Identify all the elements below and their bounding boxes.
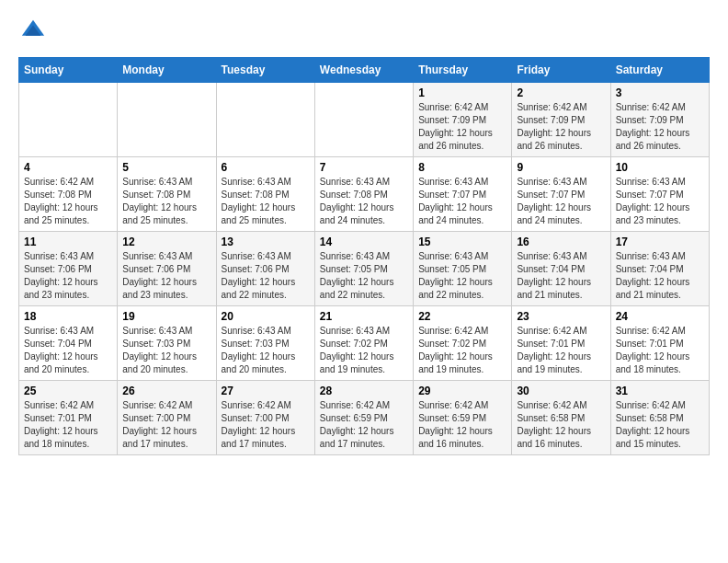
day-number: 6 <box>222 161 310 174</box>
header-thursday: Thursday <box>414 58 512 83</box>
logo-icon <box>20 18 46 44</box>
day-number: 17 <box>616 236 704 248</box>
empty-cell <box>19 83 118 157</box>
day-cell-9: 9Sunrise: 6:43 AM Sunset: 7:07 PM Daylig… <box>512 157 610 232</box>
week-row-3: 11Sunrise: 6:43 AM Sunset: 7:06 PM Dayli… <box>19 232 710 306</box>
logo <box>18 18 46 48</box>
day-cell-29: 29Sunrise: 6:42 AM Sunset: 6:59 PM Dayli… <box>414 381 512 455</box>
empty-cell <box>118 83 216 157</box>
header-saturday: Saturday <box>610 58 709 83</box>
day-cell-19: 19Sunrise: 6:43 AM Sunset: 7:03 PM Dayli… <box>118 306 216 381</box>
day-cell-31: 31Sunrise: 6:42 AM Sunset: 6:58 PM Dayli… <box>610 381 709 455</box>
day-cell-17: 17Sunrise: 6:43 AM Sunset: 7:04 PM Dayli… <box>610 232 709 306</box>
day-number: 22 <box>418 310 506 323</box>
day-info: Sunrise: 6:42 AM Sunset: 7:02 PM Dayligh… <box>418 325 506 376</box>
day-info: Sunrise: 6:43 AM Sunset: 7:05 PM Dayligh… <box>418 250 506 302</box>
day-number: 21 <box>320 310 408 323</box>
header-wednesday: Wednesday <box>314 58 413 83</box>
day-number: 31 <box>616 385 704 397</box>
day-info: Sunrise: 6:43 AM Sunset: 7:04 PM Dayligh… <box>24 325 112 376</box>
day-number: 14 <box>320 236 408 248</box>
header-sunday: Sunday <box>19 58 118 83</box>
day-number: 7 <box>320 161 408 174</box>
day-number: 2 <box>517 86 605 99</box>
day-cell-14: 14Sunrise: 6:43 AM Sunset: 7:05 PM Dayli… <box>314 232 413 306</box>
day-info: Sunrise: 6:43 AM Sunset: 7:07 PM Dayligh… <box>616 176 704 227</box>
day-info: Sunrise: 6:42 AM Sunset: 7:09 PM Dayligh… <box>418 101 506 153</box>
day-number: 10 <box>616 161 704 174</box>
day-cell-20: 20Sunrise: 6:43 AM Sunset: 7:03 PM Dayli… <box>216 306 314 381</box>
day-cell-15: 15Sunrise: 6:43 AM Sunset: 7:05 PM Dayli… <box>414 232 512 306</box>
day-cell-3: 3Sunrise: 6:42 AM Sunset: 7:09 PM Daylig… <box>610 83 709 157</box>
day-cell-18: 18Sunrise: 6:43 AM Sunset: 7:04 PM Dayli… <box>19 306 118 381</box>
day-cell-24: 24Sunrise: 6:42 AM Sunset: 7:01 PM Dayli… <box>610 306 709 381</box>
day-number: 26 <box>122 385 210 397</box>
day-number: 4 <box>24 161 112 174</box>
day-info: Sunrise: 6:42 AM Sunset: 7:09 PM Dayligh… <box>616 101 704 153</box>
day-number: 18 <box>24 310 112 323</box>
day-number: 5 <box>122 161 210 174</box>
empty-cell <box>216 83 314 157</box>
day-info: Sunrise: 6:43 AM Sunset: 7:08 PM Dayligh… <box>222 176 310 227</box>
day-info: Sunrise: 6:43 AM Sunset: 7:04 PM Dayligh… <box>517 250 605 302</box>
day-cell-8: 8Sunrise: 6:43 AM Sunset: 7:07 PM Daylig… <box>414 157 512 232</box>
day-info: Sunrise: 6:42 AM Sunset: 7:08 PM Dayligh… <box>24 176 112 227</box>
header-row: SundayMondayTuesdayWednesdayThursdayFrid… <box>19 58 710 83</box>
day-info: Sunrise: 6:42 AM Sunset: 7:01 PM Dayligh… <box>517 325 605 376</box>
day-cell-10: 10Sunrise: 6:43 AM Sunset: 7:07 PM Dayli… <box>610 157 709 232</box>
day-info: Sunrise: 6:43 AM Sunset: 7:07 PM Dayligh… <box>418 176 506 227</box>
day-number: 13 <box>222 236 310 248</box>
day-cell-4: 4Sunrise: 6:42 AM Sunset: 7:08 PM Daylig… <box>19 157 118 232</box>
day-number: 25 <box>24 385 112 397</box>
header-monday: Monday <box>118 58 216 83</box>
day-info: Sunrise: 6:43 AM Sunset: 7:06 PM Dayligh… <box>122 250 210 302</box>
header-tuesday: Tuesday <box>216 58 314 83</box>
day-cell-30: 30Sunrise: 6:42 AM Sunset: 6:58 PM Dayli… <box>512 381 610 455</box>
day-cell-12: 12Sunrise: 6:43 AM Sunset: 7:06 PM Dayli… <box>118 232 216 306</box>
day-cell-21: 21Sunrise: 6:43 AM Sunset: 7:02 PM Dayli… <box>314 306 413 381</box>
day-cell-23: 23Sunrise: 6:42 AM Sunset: 7:01 PM Dayli… <box>512 306 610 381</box>
day-info: Sunrise: 6:43 AM Sunset: 7:02 PM Dayligh… <box>320 325 408 376</box>
day-cell-25: 25Sunrise: 6:42 AM Sunset: 7:01 PM Dayli… <box>19 381 118 455</box>
day-info: Sunrise: 6:42 AM Sunset: 6:58 PM Dayligh… <box>616 399 704 451</box>
week-row-2: 4Sunrise: 6:42 AM Sunset: 7:08 PM Daylig… <box>19 157 710 232</box>
day-number: 30 <box>517 385 605 397</box>
day-info: Sunrise: 6:42 AM Sunset: 7:01 PM Dayligh… <box>24 399 112 451</box>
day-number: 24 <box>616 310 704 323</box>
day-cell-16: 16Sunrise: 6:43 AM Sunset: 7:04 PM Dayli… <box>512 232 610 306</box>
day-cell-1: 1Sunrise: 6:42 AM Sunset: 7:09 PM Daylig… <box>414 83 512 157</box>
day-number: 28 <box>320 385 408 397</box>
week-row-1: 1Sunrise: 6:42 AM Sunset: 7:09 PM Daylig… <box>19 83 710 157</box>
day-cell-11: 11Sunrise: 6:43 AM Sunset: 7:06 PM Dayli… <box>19 232 118 306</box>
day-info: Sunrise: 6:42 AM Sunset: 6:59 PM Dayligh… <box>418 399 506 451</box>
day-info: Sunrise: 6:43 AM Sunset: 7:03 PM Dayligh… <box>122 325 210 376</box>
day-info: Sunrise: 6:43 AM Sunset: 7:06 PM Dayligh… <box>222 250 310 302</box>
day-number: 15 <box>418 236 506 248</box>
day-info: Sunrise: 6:43 AM Sunset: 7:08 PM Dayligh… <box>320 176 408 227</box>
day-info: Sunrise: 6:42 AM Sunset: 6:59 PM Dayligh… <box>320 399 408 451</box>
day-cell-13: 13Sunrise: 6:43 AM Sunset: 7:06 PM Dayli… <box>216 232 314 306</box>
day-info: Sunrise: 6:42 AM Sunset: 7:00 PM Dayligh… <box>122 399 210 451</box>
calendar-table: SundayMondayTuesdayWednesdayThursdayFrid… <box>18 57 710 455</box>
day-number: 20 <box>222 310 310 323</box>
day-number: 12 <box>122 236 210 248</box>
day-info: Sunrise: 6:43 AM Sunset: 7:04 PM Dayligh… <box>616 250 704 302</box>
day-number: 29 <box>418 385 506 397</box>
day-info: Sunrise: 6:43 AM Sunset: 7:05 PM Dayligh… <box>320 250 408 302</box>
day-cell-5: 5Sunrise: 6:43 AM Sunset: 7:08 PM Daylig… <box>118 157 216 232</box>
day-cell-28: 28Sunrise: 6:42 AM Sunset: 6:59 PM Dayli… <box>314 381 413 455</box>
day-cell-7: 7Sunrise: 6:43 AM Sunset: 7:08 PM Daylig… <box>314 157 413 232</box>
day-info: Sunrise: 6:42 AM Sunset: 7:01 PM Dayligh… <box>616 325 704 376</box>
day-cell-27: 27Sunrise: 6:42 AM Sunset: 7:00 PM Dayli… <box>216 381 314 455</box>
header-friday: Friday <box>512 58 610 83</box>
day-number: 3 <box>616 86 704 99</box>
day-cell-26: 26Sunrise: 6:42 AM Sunset: 7:00 PM Dayli… <box>118 381 216 455</box>
day-cell-6: 6Sunrise: 6:43 AM Sunset: 7:08 PM Daylig… <box>216 157 314 232</box>
day-info: Sunrise: 6:42 AM Sunset: 7:09 PM Dayligh… <box>517 101 605 153</box>
empty-cell <box>314 83 413 157</box>
week-row-4: 18Sunrise: 6:43 AM Sunset: 7:04 PM Dayli… <box>19 306 710 381</box>
day-cell-22: 22Sunrise: 6:42 AM Sunset: 7:02 PM Dayli… <box>414 306 512 381</box>
week-row-5: 25Sunrise: 6:42 AM Sunset: 7:01 PM Dayli… <box>19 381 710 455</box>
day-info: Sunrise: 6:43 AM Sunset: 7:06 PM Dayligh… <box>24 250 112 302</box>
day-number: 9 <box>517 161 605 174</box>
